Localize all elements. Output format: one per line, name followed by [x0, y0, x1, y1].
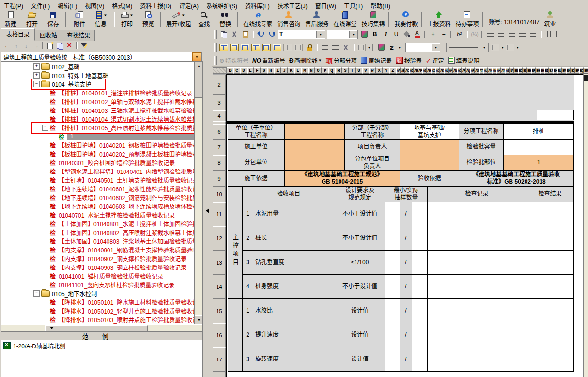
increase-button[interactable]: +: [428, 30, 438, 39]
dropdown-arrow-icon[interactable]: ▼: [398, 46, 402, 50]
redo-button[interactable]: [266, 30, 276, 39]
ruler-column-label[interactable]: AC: [405, 67, 409, 74]
underline-button[interactable]: U: [391, 30, 401, 39]
decrease-button[interactable]: −: [439, 30, 449, 39]
scrollbar-thumb[interactable]: [45, 325, 148, 332]
ruler-column-label[interactable]: BI: [544, 67, 549, 74]
fill-color-button[interactable]: [356, 43, 366, 52]
dropdown-arrow-icon[interactable]: ▼: [501, 46, 505, 50]
menu-item-3[interactable]: 编辑(E): [54, 0, 81, 11]
field-value-cell[interactable]: 地基与基础/ 基坑支护: [400, 124, 459, 140]
ruler-column-label[interactable]: BQ: [579, 67, 584, 74]
sample-quantity-cell[interactable]: /: [385, 251, 428, 275]
field-value-cell[interactable]: [285, 124, 345, 140]
ruler-column-label[interactable]: C: [233, 67, 240, 74]
font-size-select[interactable]: ▼: [327, 30, 358, 39]
field-value-cell[interactable]: 《建筑地基基础工程施工规范》 GB 51004-2015: [285, 171, 400, 187]
tree-item[interactable]: 检【地下连续墙】01040603_地下连续墙成槽及墙体检验批质量验收记录: [1, 202, 203, 210]
tree-item[interactable]: 检【排桩】01040101_灌注桩排桩检验批质量验收记录: [1, 88, 203, 97]
ruler-column-label[interactable]: BM: [562, 67, 566, 74]
toolbar-button-replace[interactable]: 替换: [215, 11, 236, 28]
tree-item[interactable]: 检【内支撑】01040903_钢立柱检验批质量验收记录: [1, 263, 203, 271]
ruler-column-label[interactable]: AH: [427, 67, 431, 74]
scroll-up-button[interactable]: ▲: [195, 62, 203, 70]
toolbar-button-new[interactable]: 新建: [0, 11, 21, 28]
ruler-column-label[interactable]: AR: [470, 67, 475, 74]
toolbar-button-find[interactable]: 查找: [193, 11, 215, 28]
field-value-cell[interactable]: [504, 140, 574, 155]
ruler-column-label[interactable]: BO: [571, 67, 575, 74]
bold-button[interactable]: B: [370, 30, 380, 39]
menu-item-11[interactable]: 窗口(W): [311, 0, 340, 11]
row-number-7[interactable]: 7: [213, 140, 226, 155]
ruler-column-label[interactable]: AA: [396, 67, 401, 74]
ruler-column-label[interactable]: BP: [575, 67, 579, 74]
ruler-column-label[interactable]: G: [261, 67, 267, 74]
column-width-button[interactable]: [543, 30, 553, 39]
tree-item[interactable]: +0102_基础: [1, 62, 203, 71]
renumber-button[interactable]: NO重新编号: [252, 56, 285, 64]
check-record-cell[interactable]: [428, 323, 526, 347]
menu-item-8[interactable]: 系统维护(S): [202, 0, 241, 11]
tree-item[interactable]: 检01041101_竖向支承桩柱检验批质量验收记录: [1, 280, 203, 289]
toolbar-button-sales[interactable]: 销售咨询: [275, 11, 303, 28]
report-form-button[interactable]: 验报验表: [396, 56, 422, 64]
tree-item[interactable]: 检【土体加固】01040801_水泥土搅拌桩土体加固检验批质量验收记录: [1, 219, 203, 228]
align-left-button[interactable]: [485, 30, 495, 39]
ruler-column-label[interactable]: J: [281, 67, 288, 74]
scrollbar-thumb[interactable]: [195, 70, 203, 98]
ruler-column-label[interactable]: AT: [479, 67, 483, 74]
check-record-cell[interactable]: [428, 347, 526, 372]
row-number-12[interactable]: 12: [213, 226, 226, 251]
shade-cell-button[interactable]: [283, 43, 293, 52]
dropdown-arrow-button[interactable]: ▼: [192, 52, 201, 62]
ruler-column-label[interactable]: AM: [449, 67, 453, 74]
check-record-cell[interactable]: [428, 275, 526, 299]
ruler-column-label[interactable]: AU: [483, 67, 488, 74]
ruler-column-label[interactable]: S: [342, 67, 349, 74]
ruler-column-label[interactable]: P: [322, 67, 328, 74]
dropdown-arrow-icon[interactable]: ▼: [316, 31, 325, 38]
dropdown-arrow-icon[interactable]: ▼: [130, 13, 134, 17]
menu-item-12[interactable]: 工具(T): [340, 0, 367, 11]
tree-item[interactable]: 检【土体加固】01040802_高压喷射注浆截水帷幕土体加固检验批质量验收记录: [1, 228, 203, 236]
font-color-button[interactable]: [413, 30, 422, 39]
check-result-cell[interactable]: [526, 299, 574, 323]
tree-item[interactable]: 检01040301_咬合桩围护墙检验批质量验收记录: [1, 158, 203, 167]
ruler-column-label[interactable]: F: [254, 67, 261, 74]
check-record-cell[interactable]: [428, 226, 526, 251]
tree-item[interactable]: −检【排桩】01040105_高压喷射注浆截水帷幕检验批质量验收记录: [1, 123, 203, 132]
tree-item[interactable]: 检【排桩】01040104_渠式切割水泥土连续墙截水帷幕检验批质量验收记录: [1, 114, 203, 123]
new-node-button[interactable]: [46, 41, 55, 50]
tree-item[interactable]: 检【型钢水泥土搅拌墙】01040401_内插型钢检验批质量验收记录: [1, 167, 203, 175]
tree-item[interactable]: 检【地下连续墙】01040601_泥浆性能检验批质量验收记录: [1, 184, 203, 193]
tree-item[interactable]: 检【降排水】01050102_轻型井点施工检验批质量验收记录: [1, 306, 203, 315]
ruler-column-label[interactable]: BF: [531, 67, 536, 74]
copy-node-button[interactable]: [55, 41, 65, 50]
check-result-cell[interactable]: [526, 202, 574, 226]
toolbar-button-upload[interactable]: 上报资料: [425, 11, 453, 28]
align-justify-button[interactable]: [517, 30, 527, 39]
ruler-column-label[interactable]: BD: [523, 67, 527, 74]
ruler-column-label[interactable]: X: [376, 67, 383, 74]
toolbar-button-print[interactable]: ▼打印: [116, 11, 138, 28]
ruler-column-label[interactable]: I: [274, 67, 281, 74]
toolbar-button-expand[interactable]: ▼展开/收起: [164, 11, 193, 28]
undo-button[interactable]: [256, 30, 265, 39]
nav-back-button[interactable]: ←: [2, 41, 12, 50]
sum-button[interactable]: Σ: [387, 43, 397, 52]
tree-item[interactable]: 检【土体加固】01040803_注浆地基土体加固检验批质量验收记录: [1, 236, 203, 245]
toolbar-button-open[interactable]: 打开: [21, 11, 43, 28]
check-result-cell[interactable]: [526, 226, 574, 251]
tree-item[interactable]: 检1: [1, 132, 203, 141]
tree-item[interactable]: −0104_基坑支护: [1, 79, 203, 88]
ruler-column-label[interactable]: T: [349, 67, 356, 74]
tree-item[interactable]: 检【地下连续墙】01040602_钢筋笼制作与安装检验批质量验收记录: [1, 193, 203, 202]
ruler-column-label[interactable]: AO: [457, 67, 462, 74]
toolbar-button-service[interactable]: 售后服务: [303, 11, 331, 28]
tree-item[interactable]: 检【内支撑】01040901_钢筋混凝土支撑检验批质量验收记录: [1, 245, 203, 254]
ruler-column-label[interactable]: AJ: [435, 67, 440, 74]
field-value-cell[interactable]: [285, 155, 345, 171]
italic-button[interactable]: I: [381, 30, 390, 39]
menu-item-9[interactable]: 资料库(L): [241, 0, 274, 11]
